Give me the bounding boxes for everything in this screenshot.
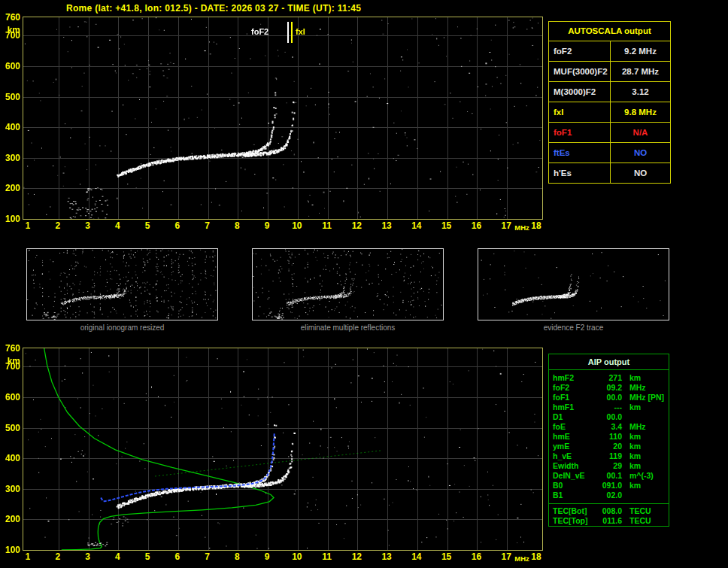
parameter-value: 29 [595,461,622,471]
parameter-value: 271 [595,373,622,383]
aip-row-hmf2: hmF2271km [549,373,669,383]
parameter-unit: MHz [622,422,665,432]
aip-row-b1: B102.0 [549,491,669,500]
autoscala-row-fof1: foF1N/A [549,122,670,142]
y-tick-label: 600 [0,393,20,402]
parameter-label: foF1 [549,123,611,142]
y-tick-label: 200 [0,515,20,524]
parameter-label: hmF1 [553,402,595,412]
aip-row-tectop: TEC[Top]011.6TECU [549,516,669,526]
aip-row-delnve: DelN_vE00.1m^(-3) [549,471,669,481]
unit-text: m^(-3) [629,471,654,481]
autoscala-row-ftes: ftEsNO [549,142,670,163]
x-tick-label: 3 [78,221,98,230]
unit-text: km [629,451,641,461]
x-tick-label: 7 [198,221,217,230]
x-tick-label: 8 [227,552,247,561]
autoscala-row-m3000f2: M(3000)F23.12 [549,81,670,102]
foF2-marker-line [287,22,289,43]
parameter-value: 119 [595,451,622,461]
ionogram-plot-bottom [23,348,543,551]
parameter-value: 02.0 [595,491,622,500]
parameter-flag: [PN] [648,393,665,402]
x-tick-label: 10 [287,221,307,230]
parameter-value: 3.12 [611,82,670,102]
parameter-label: foF2 [553,383,595,393]
parameter-unit [622,491,665,500]
fxI-marker-line [291,22,293,43]
aip-row-tecbot: TEC[Bot]008.0TECU [549,506,669,516]
page-title: Rome (lat: +41.8, lon: 012.5) - DATE: 20… [66,3,361,14]
x-tick-label: 9 [257,221,277,230]
x-tick-label: 11 [317,221,337,230]
ionogram-plot-top: foF2 fxI [23,17,543,220]
parameter-unit [622,412,665,422]
parameter-value: 008.0 [595,506,622,516]
parameter-value: 9.2 MHz [611,41,670,61]
y-tick-label: 100 [0,214,20,223]
x-tick-label: 13 [377,221,396,230]
aip-row-hve: h_vE119km [549,451,669,461]
thumbnail-caption-3: evidence F2 trace [478,323,669,332]
y-axis-unit: km [0,26,20,35]
parameter-label: foF2 [549,41,611,61]
x-tick-label: 12 [347,552,366,561]
parameter-label: foE [553,422,595,432]
parameter-unit: km [622,461,665,471]
x-axis-unit: MHz [512,554,532,563]
y-tick-label: 500 [0,93,20,102]
thumbnail-evidence-f2 [478,248,669,320]
unit-text: MHz [629,383,646,393]
parameter-value: N/A [611,123,670,142]
aip-row-foe: foE3.4MHz [549,422,669,432]
parameter-unit: m^(-3) [622,471,665,481]
parameter-unit: TECU [622,516,665,526]
autoscala-row-muf3000f2: MUF(3000)F228.7 MHz [549,61,670,81]
thumbnail-eliminate-reflections [252,248,444,320]
foF2-marker-label: foF2 [251,27,268,36]
parameter-label: M(3000)F2 [549,82,611,102]
x-tick-label: 14 [407,221,426,230]
y-tick-label: 200 [0,184,20,193]
unit-text: TECU [629,506,651,516]
unit-text: km [629,373,641,383]
x-tick-label: 9 [257,552,277,561]
unit-text: km [629,432,641,442]
autoscala-window: Rome (lat: +41.8, lon: 012.5) - DATE: 20… [0,0,728,568]
aip-row-fof2: foF209.2MHz [549,383,669,393]
parameter-value: 28.7 MHz [611,62,670,81]
autoscala-row-hes: h'EsNO [549,163,670,183]
autoscala-row-fof2: foF29.2 MHz [549,41,670,61]
autoscala-output-table: AUTOSCALA output foF29.2 MHzMUF(3000)F22… [548,21,671,184]
parameter-unit: km [622,442,665,451]
x-tick-label: 5 [138,552,157,561]
parameter-label: ftEs [549,143,611,163]
parameter-unit: km [622,373,665,383]
y-tick-label: 100 [0,545,20,554]
y-axis-unit: km [0,357,20,366]
aip-row-b0: B0091.0km [549,481,669,491]
unit-text: km [629,442,641,451]
parameter-label: MUF(3000)F2 [549,62,611,81]
aip-row-yme: ymE20km [549,442,669,451]
ionogram-canvas-bottom [23,348,542,550]
x-tick-label: 4 [108,221,127,230]
unit-text: MHz [629,393,646,402]
parameter-unit: km [622,481,665,491]
y-tick-label: 400 [0,454,20,463]
thumbnail-caption-1: original ionogram resized [26,323,218,332]
parameter-label: TEC[Top] [553,516,595,526]
thumbnail-original-ionogram [26,248,218,320]
parameter-label: h'Es [549,163,611,183]
parameter-unit: km [622,402,665,412]
aip-output-table: AIP output hmF2271kmfoF209.2MHzfoF100.0M… [548,354,669,527]
x-tick-label: 3 [78,552,98,561]
unit-text: km [629,402,641,412]
x-tick-label: 6 [168,221,187,230]
parameter-label: B1 [553,491,595,500]
y-tick-label: 500 [0,424,20,433]
parameter-label: hmE [553,432,595,442]
x-tick-label: 6 [168,552,187,561]
autoscala-table-rows: foF29.2 MHzMUF(3000)F228.7 MHzM(3000)F23… [549,41,670,183]
parameter-label: Ewidth [553,461,595,471]
